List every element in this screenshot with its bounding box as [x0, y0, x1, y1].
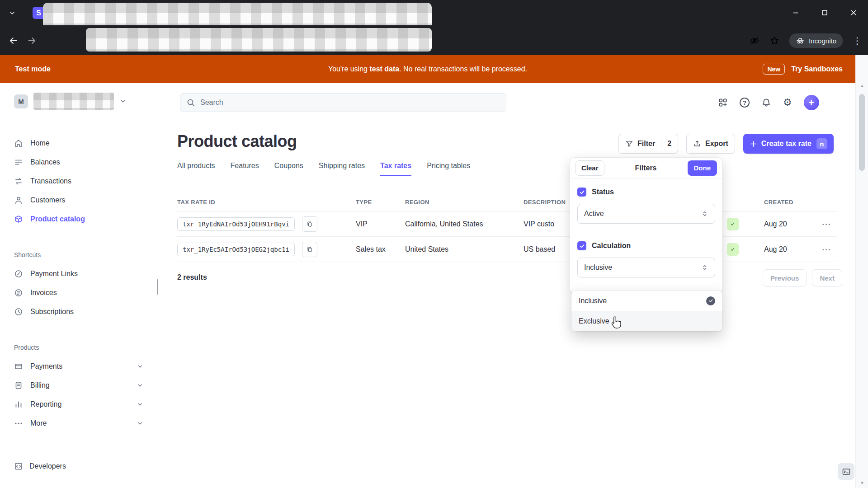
copy-button[interactable]	[302, 242, 317, 257]
sidebar-item-subscriptions[interactable]: Subscriptions	[14, 302, 143, 321]
region-cell: United States	[405, 245, 524, 253]
minimize-icon	[792, 9, 799, 16]
calculation-checkbox[interactable]	[577, 241, 586, 250]
scroll-down-arrow[interactable]: ▼	[856, 480, 868, 485]
clipboard-icon	[306, 246, 313, 253]
sidebar-item-payment-links[interactable]: Payment Links	[14, 264, 143, 283]
terminal-button[interactable]	[838, 463, 854, 480]
chevron-down-icon	[137, 363, 143, 370]
incognito-label: Incognito	[809, 37, 836, 45]
test-mode-label: Test mode	[15, 65, 51, 73]
minimize-button[interactable]	[781, 0, 810, 25]
page-scrollbar[interactable]: ▲ ▼	[855, 55, 868, 488]
status-filter-label: Status	[592, 188, 614, 196]
tab-tax-rates[interactable]: Tax rates	[380, 162, 411, 176]
keyboard-shortcut-hint: n	[816, 138, 827, 149]
calculation-filter-label: Calculation	[592, 242, 631, 250]
option-inclusive[interactable]: Inclusive	[571, 291, 722, 311]
type-cell: VIP	[356, 220, 405, 228]
filters-title: Filters	[604, 164, 688, 172]
funnel-icon	[625, 140, 633, 148]
account-name-redacted	[33, 93, 114, 110]
status-badge: ✓	[727, 218, 739, 230]
tab-search-button[interactable]	[5, 6, 19, 20]
maximize-button[interactable]	[810, 0, 839, 25]
forward-button[interactable]	[23, 32, 41, 50]
browser-chrome: S Incognito ⋮	[0, 0, 868, 55]
row-overflow-menu[interactable]: ⋯	[822, 244, 831, 255]
sidebar-item-balances[interactable]: Balances	[14, 153, 143, 172]
tab-features[interactable]: Features	[231, 162, 259, 176]
home-icon	[14, 139, 24, 148]
payments-icon	[14, 362, 24, 371]
copy-button[interactable]	[302, 216, 317, 232]
plus-icon: +	[809, 97, 814, 108]
status-checkbox[interactable]	[577, 188, 586, 197]
screen: S Incognito ⋮	[0, 0, 868, 488]
balances-icon	[14, 158, 24, 167]
option-exclusive[interactable]: Exclusive	[571, 311, 722, 331]
account-switcher[interactable]: M	[14, 91, 143, 111]
sidebar-item-customers[interactable]: Customers	[14, 191, 143, 210]
notifications-bell-icon[interactable]	[761, 98, 771, 108]
check-icon	[579, 189, 585, 195]
apps-grid-icon[interactable]	[718, 98, 728, 108]
plus-icon	[750, 140, 757, 148]
avatar-button[interactable]: +	[804, 95, 819, 110]
more-dots-icon	[14, 419, 24, 428]
page-title: Product catalog	[177, 132, 297, 151]
incognito-icon	[796, 36, 805, 45]
clear-filters-button[interactable]: Clear	[576, 160, 604, 176]
tax-rate-id[interactable]: txr_1RyEc5AIrOd53jOEG2jqbc1i	[177, 243, 295, 256]
scroll-up-arrow[interactable]: ▲	[856, 83, 868, 88]
product-catalog-icon	[14, 215, 24, 224]
tax-rate-id[interactable]: txr_1RyEdNAIrOd53jOEH91rBqvi	[177, 217, 295, 231]
address-bar-redacted[interactable]	[86, 28, 432, 52]
sidebar-scrollbar-thumb[interactable]	[157, 279, 158, 295]
sidebar-item-home[interactable]: Home	[14, 134, 143, 153]
calculation-select[interactable]: Inclusive	[577, 258, 715, 277]
tab-shipping-rates[interactable]: Shipping rates	[319, 162, 365, 176]
tab-all-products[interactable]: All products	[177, 162, 215, 176]
new-badge: New	[763, 64, 785, 75]
payment-links-icon	[14, 269, 24, 278]
updown-chevron-icon	[701, 264, 708, 271]
chevron-down-icon	[137, 420, 143, 427]
sidebar-item-payments[interactable]: Payments	[14, 357, 143, 376]
help-icon[interactable]: ?	[740, 98, 750, 108]
eye-off-icon[interactable]	[750, 36, 760, 46]
previous-button[interactable]: Previous	[763, 269, 807, 286]
back-button[interactable]	[5, 32, 23, 50]
browser-menu-icon[interactable]: ⋮	[853, 35, 862, 46]
table-header-row: TAX RATE ID TYPE REGION DESCRIPTION CREA…	[177, 193, 837, 211]
filter-button[interactable]: Filter 2	[618, 134, 678, 154]
scrollbar-thumb[interactable]	[859, 94, 865, 171]
tab-pricing-tables[interactable]: Pricing tables	[427, 162, 470, 176]
done-button[interactable]: Done	[688, 160, 717, 176]
search-input[interactable]	[180, 93, 506, 112]
sidebar-item-billing[interactable]: Billing	[14, 376, 143, 395]
sidebar-item-developers[interactable]: Developers	[14, 457, 66, 476]
region-cell: California, United States	[405, 220, 524, 228]
status-select[interactable]: Active	[577, 204, 715, 224]
export-button[interactable]: Export	[686, 134, 735, 154]
close-button[interactable]	[839, 0, 868, 25]
sidebar-item-reporting[interactable]: Reporting	[14, 395, 143, 414]
chevron-down-icon	[9, 9, 16, 17]
sidebar-item-more[interactable]: More	[14, 414, 143, 433]
browser-tab-redacted[interactable]	[43, 3, 432, 25]
created-cell: Aug 20	[764, 220, 816, 228]
check-icon	[579, 243, 585, 249]
row-overflow-menu[interactable]: ⋯	[822, 219, 831, 230]
terminal-icon	[842, 467, 851, 476]
sidebar-item-invoices[interactable]: Invoices	[14, 283, 143, 302]
next-button[interactable]: Next	[812, 269, 842, 286]
create-tax-rate-button[interactable]: Create tax rate n	[743, 134, 834, 154]
bookmark-star-icon[interactable]	[769, 36, 779, 46]
settings-gear-icon[interactable]: ⚙	[783, 98, 792, 108]
try-sandboxes-link[interactable]: Try Sandboxes	[791, 65, 843, 73]
products-section-label: Products	[14, 344, 143, 351]
tab-coupons[interactable]: Coupons	[274, 162, 303, 176]
sidebar-item-product-catalog[interactable]: Product catalog	[14, 210, 143, 229]
sidebar-item-transactions[interactable]: Transactions	[14, 172, 143, 191]
